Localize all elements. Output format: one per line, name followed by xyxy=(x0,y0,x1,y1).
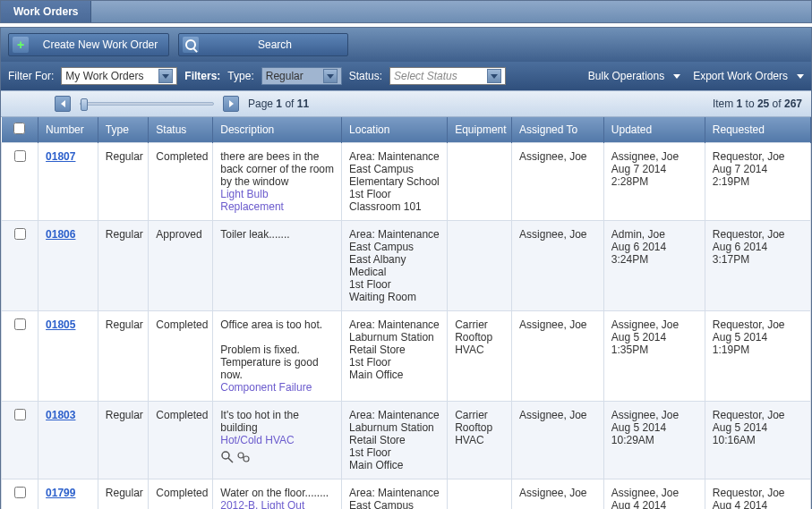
col-location[interactable]: Location xyxy=(342,117,448,143)
row-checkbox[interactable] xyxy=(14,150,26,162)
export-work-orders-menu[interactable]: Export Work Orders xyxy=(693,70,804,82)
work-order-number-link[interactable]: 01799 xyxy=(46,487,75,499)
filter-bar: Filter For: My Work Orders Filters: Type… xyxy=(1,62,811,90)
col-type[interactable]: Type xyxy=(98,117,149,143)
issue-type-link[interactable]: Hot/Cold HVAC xyxy=(220,434,334,446)
create-work-order-button[interactable]: + Create New Work Order xyxy=(8,33,169,56)
col-equipment[interactable]: Equipment xyxy=(448,117,512,143)
row-select-cell xyxy=(2,402,38,479)
work-order-number-link[interactable]: 01807 xyxy=(46,150,75,163)
issue-type-link[interactable]: 2012-B, Light Out xyxy=(220,499,334,509)
filter-for-select[interactable]: My Work Orders xyxy=(61,67,177,85)
row-number-cell: 01807 xyxy=(38,143,98,221)
row-checkbox[interactable] xyxy=(14,318,26,330)
col-number[interactable]: Number xyxy=(38,117,98,143)
search-icon xyxy=(183,37,199,53)
filters-label: Filters: xyxy=(184,70,220,82)
magnifier-icon xyxy=(220,450,235,464)
page-slider[interactable] xyxy=(80,102,214,106)
table-row: 01799 Regular Completed Water on the flo… xyxy=(2,479,811,510)
row-status-cell: Completed xyxy=(149,402,213,479)
work-order-number-link[interactable]: 01806 xyxy=(46,228,75,241)
row-updated-cell: Assignee, Joe Aug 5 2014 10:29AM xyxy=(603,402,705,479)
svg-point-3 xyxy=(244,456,249,462)
work-order-number-link[interactable]: 01803 xyxy=(46,409,75,421)
col-assigned[interactable]: Assigned To xyxy=(512,117,604,143)
issue-type-link[interactable]: Component Failure xyxy=(220,381,334,394)
row-description-cell: It's too hot in the buildingHot/Cold HVA… xyxy=(213,402,342,479)
row-description-cell: Toiler leak....... xyxy=(213,221,342,311)
row-requested-cell: Requestor, Joe Aug 5 2014 10:16AM xyxy=(705,402,810,479)
row-status-cell: Completed xyxy=(149,479,213,510)
row-assigned-cell: Assignee, Joe xyxy=(512,143,604,221)
table-row: 01805 Regular Completed Office area is t… xyxy=(2,311,811,402)
pager-bar: Page 1 of 11 Item 1 to 25 of 267 xyxy=(1,90,811,117)
bulk-operations-menu[interactable]: Bulk Operations xyxy=(588,70,680,82)
right-tools: Bulk Operations Export Work Orders xyxy=(588,70,804,82)
chevron-down-icon xyxy=(487,69,501,83)
row-updated-cell: Assignee, Joe Aug 4 2014 11:26AM xyxy=(603,479,705,510)
status-label: Status: xyxy=(349,70,382,82)
col-updated[interactable]: Updated xyxy=(603,117,705,143)
row-location-cell: Area: Maintenance Laburnum Station Retai… xyxy=(342,311,448,402)
page-info: Page 1 of 11 xyxy=(248,98,309,110)
description-text: Office area is too hot. Problem is fixed… xyxy=(220,318,334,381)
col-description[interactable]: Description xyxy=(213,117,342,143)
row-requested-cell: Requestor, Joe Aug 6 2014 3:17PM xyxy=(705,221,810,311)
status-placeholder: Select Status xyxy=(394,70,482,82)
row-select-cell xyxy=(2,311,38,402)
col-requested[interactable]: Requested xyxy=(705,117,810,143)
row-checkbox[interactable] xyxy=(14,228,26,240)
chevron-down-icon xyxy=(158,69,173,83)
select-all-checkbox[interactable] xyxy=(13,123,25,134)
row-status-cell: Completed xyxy=(149,143,213,221)
table-header-row: Number Type Status Description Location … xyxy=(2,117,811,143)
plus-icon: + xyxy=(13,37,29,53)
row-requested-cell: Requestor, Joe Aug 5 2014 1:19PM xyxy=(705,311,810,402)
tab-work-orders[interactable]: Work Orders xyxy=(1,1,91,22)
search-button[interactable]: Search xyxy=(178,33,348,56)
table-row: 01807 Regular Completed there are bees i… xyxy=(2,143,811,221)
row-description-cell: there are bees in the back corner of the… xyxy=(213,143,342,221)
row-assigned-cell: Assignee, Joe xyxy=(512,402,604,479)
row-select-cell xyxy=(2,143,38,221)
page-next-button[interactable] xyxy=(223,96,239,112)
create-button-label: Create New Work Order xyxy=(36,38,165,51)
type-select[interactable]: Regular xyxy=(261,67,342,85)
description-text: there are bees in the back corner of the… xyxy=(220,150,334,188)
row-assigned-cell: Assignee, Joe xyxy=(512,311,604,402)
svg-point-0 xyxy=(222,452,229,459)
type-value: Regular xyxy=(266,70,318,82)
work-orders-table: Number Type Status Description Location … xyxy=(1,117,811,509)
row-type-cell: Regular xyxy=(98,402,149,479)
search-button-label: Search xyxy=(206,38,344,51)
issue-type-link[interactable]: Light Bulb Replacement xyxy=(220,188,334,213)
row-number-cell: 01805 xyxy=(38,311,98,402)
col-status[interactable]: Status xyxy=(149,117,213,143)
svg-point-2 xyxy=(238,453,244,458)
chevron-down-icon xyxy=(323,69,338,83)
filter-for-label: Filter For: xyxy=(8,70,54,82)
page-slider-handle[interactable] xyxy=(81,98,88,111)
row-type-cell: Regular xyxy=(98,143,149,221)
row-checkbox[interactable] xyxy=(14,487,26,498)
status-select[interactable]: Select Status xyxy=(389,67,506,85)
row-updated-cell: Assignee, Joe Aug 7 2014 2:28PM xyxy=(603,143,705,221)
row-equipment-cell: Carrier Rooftop HVAC xyxy=(448,402,512,479)
gears-icon xyxy=(236,450,251,464)
select-all-header[interactable] xyxy=(2,117,38,143)
row-checkbox[interactable] xyxy=(14,409,26,420)
row-number-cell: 01799 xyxy=(38,479,98,510)
row-location-cell: Area: Maintenance Laburnum Station Retai… xyxy=(342,402,448,479)
row-select-cell xyxy=(2,479,38,510)
item-info: Item 1 to 25 of 267 xyxy=(713,98,802,110)
description-text: Water on the floor........ xyxy=(220,487,334,499)
row-description-cell: Water on the floor........2012-B, Light … xyxy=(213,479,342,510)
work-order-number-link[interactable]: 01805 xyxy=(46,318,75,331)
row-status-cell: Completed xyxy=(149,311,213,402)
tab-bar: Work Orders xyxy=(0,0,812,23)
row-number-cell: 01806 xyxy=(38,221,98,311)
toolbar: + Create New Work Order Search xyxy=(1,28,811,62)
page-prev-button[interactable] xyxy=(55,96,71,112)
row-requested-cell: Requestor, Joe Aug 4 2014 11:09AM xyxy=(705,479,810,510)
